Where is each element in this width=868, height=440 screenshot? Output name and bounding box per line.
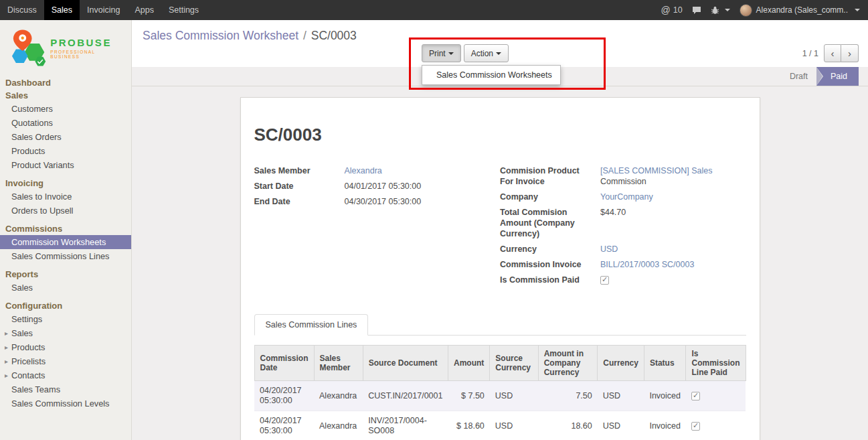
sidebar-item-products[interactable]: Products	[0, 144, 131, 158]
column-header[interactable]: Is Commission Line Paid	[686, 346, 746, 381]
menu-item-sales-commission-worksheets[interactable]: Sales Commission Worksheets	[422, 66, 560, 84]
notebook-tabs: Sales Commission Lines	[254, 314, 746, 336]
pager-value: 1 / 1	[802, 49, 818, 58]
column-header[interactable]: Amount in Company Currency	[538, 346, 598, 381]
user-menu[interactable]: Alexandra (Sales_comm..	[740, 4, 860, 17]
commission-product-link[interactable]: [SALES COMMISSION] Sales	[600, 166, 712, 175]
sidebar-section-invoicing[interactable]: Invoicing	[0, 177, 131, 190]
sidebar-item-dashboard[interactable]: Dashboard	[0, 76, 131, 89]
nav-discuss[interactable]: Discuss	[0, 0, 44, 20]
chevron-left-icon: ‹	[831, 48, 835, 59]
sidebar-item-sales-commissions-lines[interactable]: Sales Commissions Lines	[0, 249, 131, 263]
field-end-date: End Date 04/30/2017 05:30:00	[254, 196, 501, 207]
breadcrumb-separator: /	[303, 29, 307, 42]
field-is-commission-paid: Is Commission Paid ✓	[500, 275, 746, 285]
column-header[interactable]: Amount	[448, 346, 489, 381]
column-header[interactable]: Source Document	[363, 346, 448, 381]
form-view: SC/0003 Sales Member Alexandra Start Dat…	[132, 87, 868, 440]
sidebar-item-reports-sales[interactable]: Sales	[0, 281, 131, 295]
sidebar-item-config-products[interactable]: ▸ Products	[0, 340, 131, 354]
commission-invoice-link[interactable]: BILL/2017/0003 SC/0003	[600, 260, 694, 269]
pager-next-button[interactable]: ›	[841, 44, 859, 62]
cell-source-currency: USD	[490, 411, 538, 440]
sidebar-item-label: Pricelists	[11, 356, 46, 366]
cell-source-currency: USD	[490, 381, 538, 411]
currency-link[interactable]: USD	[600, 244, 618, 254]
cell-commission-date: 04/20/2017 05:30:00	[254, 381, 314, 411]
status-step-paid[interactable]: Paid	[816, 67, 859, 86]
cell-status: Invoiced	[644, 411, 686, 440]
table-row[interactable]: 04/20/2017 05:30:00 Alexandra CUST.IN/20…	[254, 381, 746, 411]
column-header[interactable]: Currency	[598, 346, 644, 381]
column-header[interactable]: Source Currency	[490, 346, 538, 381]
line-paid-checkbox[interactable]: ✓	[691, 422, 700, 431]
column-header[interactable]: Commission Date	[254, 346, 314, 381]
cell-amount-company: 18.60	[538, 411, 598, 440]
sidebar-section-configuration[interactable]: Configuration	[0, 299, 131, 312]
action-button[interactable]: Action	[464, 44, 509, 62]
sidebar-item-commission-worksheets[interactable]: Commission Worksheets	[0, 235, 131, 249]
sidebar-section-commissions[interactable]: Commissions	[0, 222, 131, 235]
debug-menu-button[interactable]	[711, 6, 730, 15]
at-icon: @	[661, 5, 670, 15]
breadcrumb-current: SC/0003	[311, 29, 357, 42]
company-link[interactable]: YourCompany	[600, 192, 653, 202]
sidebar-item-config-pricelists[interactable]: ▸ Pricelists	[0, 354, 131, 368]
column-header[interactable]: Sales Member	[314, 346, 363, 381]
status-step-draft[interactable]: Draft	[781, 67, 816, 86]
sidebar-item-label: Products	[11, 342, 46, 352]
probuse-logo[interactable]: PROBUSE PROFESSIONAL BUSINESS	[0, 20, 131, 76]
chevron-right-icon: ›	[848, 48, 851, 59]
print-button[interactable]: Print	[422, 44, 461, 62]
sidebar-item-customers[interactable]: Customers	[0, 102, 131, 116]
sales-member-link[interactable]: Alexandra	[345, 166, 382, 175]
table-header: Commission Date Sales Member Source Docu…	[254, 346, 746, 381]
sidebar-item-settings[interactable]: Settings	[0, 312, 131, 326]
nav-sales[interactable]: Sales	[44, 0, 80, 20]
sidebar-item-quotations[interactable]: Quotations	[0, 116, 131, 130]
sidebar-item-sales-commission-levels[interactable]: Sales Commission Levels	[0, 396, 131, 411]
start-date-value: 04/01/2017 05:30:00	[345, 181, 501, 192]
control-panel: Sales Commission Worksheet / SC/0003 Pri…	[132, 20, 868, 67]
form-sheet: SC/0003 Sales Member Alexandra Start Dat…	[240, 97, 760, 440]
sidebar-item-orders-to-upsell[interactable]: Orders to Upsell	[0, 204, 131, 218]
sidebar-item-product-variants[interactable]: Product Variants	[0, 158, 131, 172]
sidebar-section-sales[interactable]: Sales	[0, 89, 131, 102]
sidebar-item-config-contacts[interactable]: ▸ Contacts	[0, 368, 131, 382]
chat-icon	[692, 6, 701, 15]
field-label: Currency	[500, 244, 600, 254]
cell-sales-member: Alexandra	[314, 411, 363, 440]
field-currency: Currency USD	[500, 244, 746, 254]
field-label: Sales Member	[254, 165, 345, 176]
sidebar-section-reports[interactable]: Reports	[0, 268, 131, 281]
field-start-date: Start Date 04/01/2017 05:30:00	[254, 181, 501, 192]
bug-icon	[711, 6, 719, 15]
probuse-logo-icon	[9, 28, 46, 67]
tab-sales-commission-lines[interactable]: Sales Commission Lines	[254, 314, 369, 336]
total-commission-value: $44.70	[600, 207, 746, 218]
sidebar-item-sales-orders[interactable]: Sales Orders	[0, 130, 131, 144]
nav-settings[interactable]: Settings	[161, 0, 206, 20]
nav-invoicing[interactable]: Invoicing	[80, 0, 127, 20]
action-button-label: Action	[471, 49, 493, 58]
breadcrumb-parent-link[interactable]: Sales Commission Worksheet	[143, 29, 298, 42]
cell-commission-date: 04/20/2017 05:30:00	[254, 411, 314, 440]
cell-status: Invoiced	[644, 381, 686, 411]
is-commission-paid-checkbox[interactable]: ✓	[600, 276, 609, 285]
print-button-label: Print	[429, 49, 446, 58]
mentions-button[interactable]: @ 10	[661, 5, 682, 15]
sidebar-item-sales-teams[interactable]: Sales Teams	[0, 382, 131, 396]
cell-amount: $ 7.50	[448, 381, 489, 411]
messages-button[interactable]	[692, 6, 701, 15]
sidebar-item-sales-to-invoice[interactable]: Sales to Invoice	[0, 190, 131, 204]
column-header[interactable]: Status	[644, 346, 686, 381]
sidebar-item-config-sales[interactable]: ▸ Sales	[0, 326, 131, 340]
table-row[interactable]: 04/20/2017 05:30:00 Alexandra INV/2017/0…	[254, 411, 746, 440]
pager-previous-button[interactable]: ‹	[824, 44, 841, 62]
caret-down-icon	[496, 52, 501, 55]
field-company: Company YourCompany	[500, 192, 746, 202]
cell-line-paid: ✓	[686, 411, 746, 440]
line-paid-checkbox[interactable]: ✓	[691, 392, 700, 400]
nav-apps[interactable]: Apps	[127, 0, 161, 20]
status-bar: Draft Paid	[781, 67, 859, 86]
